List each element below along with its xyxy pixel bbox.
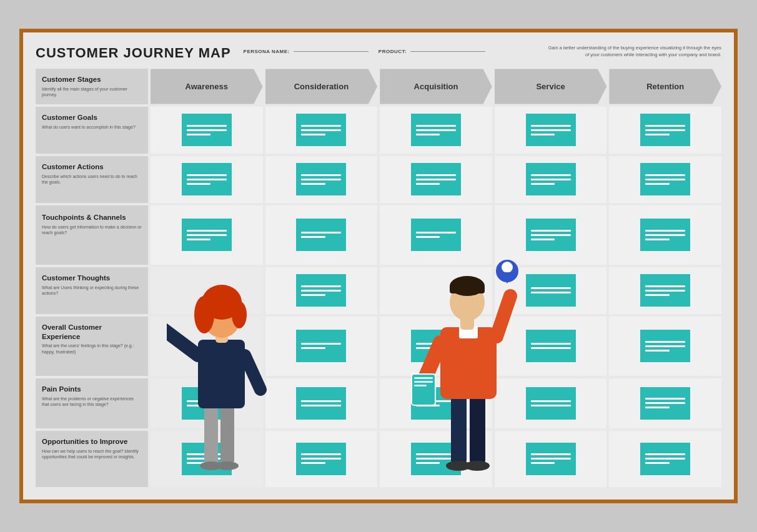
experience-consideration-cell[interactable]	[265, 317, 378, 376]
line1	[645, 398, 685, 400]
stage-awareness: Awareness	[151, 69, 263, 104]
line3	[531, 183, 555, 185]
thoughts-service-box	[526, 274, 576, 307]
thoughts-consideration-cell[interactable]	[265, 267, 378, 314]
line1	[301, 400, 341, 402]
experience-row-desc: What are the users' feelings in this sta…	[42, 343, 142, 354]
goals-acquisition-cell[interactable]	[380, 107, 492, 154]
touchpoints-awareness-cell[interactable]	[151, 205, 263, 265]
actions-service-cell[interactable]	[495, 156, 607, 203]
actions-awareness-cell[interactable]	[151, 156, 263, 203]
pain-retention-cell[interactable]	[609, 378, 721, 428]
experience-service-cell[interactable]	[495, 317, 607, 376]
pain-acquisition-cell[interactable]	[380, 378, 492, 428]
line2	[301, 347, 325, 349]
goals-service-cell[interactable]	[495, 107, 607, 154]
opp-consideration-box	[296, 443, 346, 475]
line1	[416, 400, 456, 402]
thoughts-service-cell[interactable]	[495, 267, 607, 314]
touchpoints-row-title: Touchpoints & Channels	[42, 213, 142, 222]
page-title: CUSTOMER JOURNEY MAP	[36, 45, 231, 61]
line3	[187, 462, 210, 464]
actions-service-box	[526, 163, 576, 195]
pain-service-cell[interactable]	[495, 378, 607, 428]
touchpoints-retention-cell[interactable]	[609, 205, 721, 265]
goals-consideration-cell[interactable]	[265, 107, 378, 154]
touchpoints-service-cell[interactable]	[495, 205, 607, 265]
stage-acquisition: Acquisition	[380, 69, 492, 104]
touchpoints-row-desc: How do users get information to make a d…	[42, 224, 142, 235]
persona-input-line[interactable]	[294, 51, 369, 52]
experience-row-title: Overall Customer Experience	[42, 323, 142, 342]
line2	[531, 292, 571, 293]
opp-acquisition-box	[411, 443, 461, 475]
line2	[187, 458, 227, 460]
line1	[645, 341, 685, 343]
product-input-line[interactable]	[410, 51, 485, 52]
pain-consideration-cell[interactable]	[265, 378, 378, 428]
opp-awareness-cell[interactable]	[151, 431, 263, 487]
opp-awareness-box	[182, 443, 232, 475]
line3	[531, 239, 555, 240]
line1	[531, 343, 571, 345]
thoughts-acquisition-cell[interactable]	[380, 267, 492, 314]
line1	[187, 125, 227, 127]
opp-service-cell[interactable]	[495, 431, 607, 487]
opp-acquisition-cell[interactable]	[380, 431, 492, 487]
thoughts-retention-cell[interactable]	[609, 267, 721, 314]
header: CUSTOMER JOURNEY MAP PERSONA NAME: PRODU…	[36, 45, 721, 61]
actions-consideration-cell[interactable]	[265, 156, 378, 203]
line1	[187, 174, 227, 176]
line1	[645, 230, 685, 232]
main-frame: CUSTOMER JOURNEY MAP PERSONA NAME: PRODU…	[19, 29, 738, 503]
stage-consideration: Consideration	[265, 69, 378, 104]
experience-acquisition-cell[interactable]	[380, 317, 492, 376]
line3	[416, 134, 440, 135]
experience-service-box	[526, 330, 576, 362]
product-label: PRODUCT:	[378, 49, 407, 54]
line3	[645, 239, 669, 240]
line3	[645, 134, 669, 135]
line2	[301, 458, 341, 460]
row-label-opportunities: Opportunities to Improve How can we help…	[36, 431, 148, 487]
line1	[531, 400, 571, 402]
line2	[531, 129, 571, 131]
line1	[531, 287, 571, 289]
line2	[416, 179, 456, 180]
persona-label: PERSONA NAME:	[244, 49, 290, 54]
thoughts-awareness-cell[interactable]	[151, 267, 263, 314]
line2	[301, 129, 341, 131]
line2	[301, 179, 341, 180]
touchpoints-consideration-cell[interactable]	[265, 205, 378, 265]
actions-acquisition-cell[interactable]	[380, 156, 492, 203]
line2	[187, 405, 227, 406]
line2	[301, 290, 341, 292]
touchpoints-acquisition-box	[411, 219, 461, 251]
goals-awareness-cell[interactable]	[151, 107, 263, 154]
line2	[645, 129, 685, 131]
line1	[301, 174, 341, 176]
pain-awareness-cell[interactable]	[151, 378, 263, 428]
touchpoints-acquisition-cell[interactable]	[380, 205, 492, 265]
pain-row-desc: What are the problems or negative experi…	[42, 396, 142, 407]
line3	[531, 134, 555, 135]
line2	[531, 347, 571, 349]
line2	[531, 234, 571, 236]
opp-consideration-cell[interactable]	[265, 431, 378, 487]
actions-retention-cell[interactable]	[609, 156, 721, 203]
experience-awareness-cell[interactable]	[151, 317, 263, 376]
line2	[416, 405, 440, 406]
opp-row-title: Opportunities to Improve	[42, 437, 142, 446]
experience-retention-cell[interactable]	[609, 317, 721, 376]
actions-awareness-box	[182, 163, 232, 195]
line2	[645, 290, 685, 292]
opp-retention-cell[interactable]	[609, 431, 721, 487]
line1	[645, 174, 685, 176]
line2	[187, 179, 227, 180]
line2	[645, 179, 685, 180]
line3	[645, 350, 669, 352]
goals-retention-cell[interactable]	[609, 107, 721, 154]
row-label-goals: Customer Goals What do users want to acc…	[36, 107, 148, 154]
product-field-group: PRODUCT:	[378, 49, 485, 54]
line3	[645, 183, 669, 185]
